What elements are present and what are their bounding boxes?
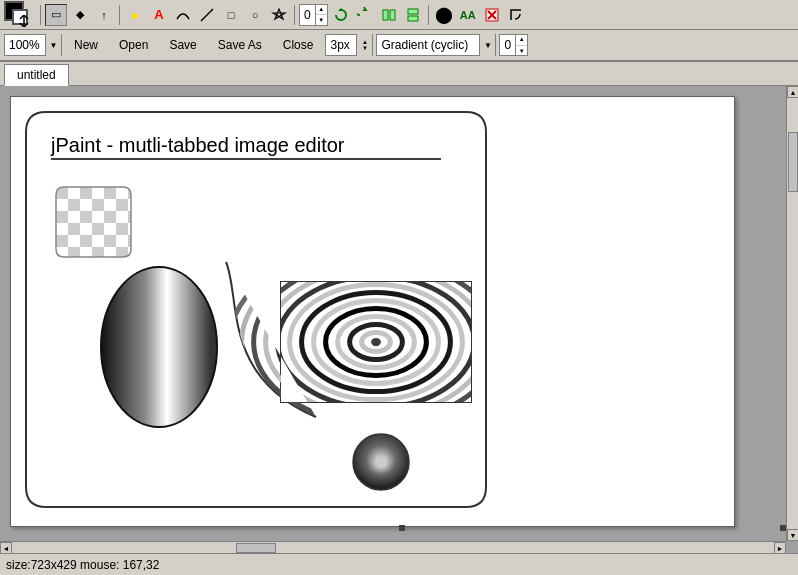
curve-tool-btn[interactable] (172, 4, 194, 26)
aa-text-btn[interactable]: AA (457, 4, 479, 26)
resize-handle-bottom[interactable] (399, 525, 405, 531)
angle-spinner[interactable]: ▲ ▼ (515, 34, 527, 56)
flip-h-btn[interactable] (378, 4, 400, 26)
brush-size-value: 3px (326, 38, 356, 52)
text-tool-btn[interactable]: A (148, 4, 170, 26)
canvas-wrapper (10, 96, 735, 527)
separator (40, 5, 41, 25)
separator (428, 5, 429, 25)
rotation-value: 0 (300, 8, 315, 22)
ellipse-tool-btn[interactable]: ○ (244, 4, 266, 26)
save-button[interactable]: Save (160, 33, 205, 57)
zoom-value: 100% (5, 38, 45, 52)
toolbar-tools: ▭ ◆ ↑ ● A □ ○ 0 ▲ ▼ ⬤ AA (0, 0, 798, 30)
diamond-tool-btn[interactable]: ◆ (69, 4, 91, 26)
brush-size-spinner[interactable]: ▲ ▼ (356, 34, 372, 56)
fill-type-container: Gradient (cyclic) ▼ (376, 34, 496, 56)
save-as-button[interactable]: Save As (209, 33, 271, 57)
fill-type-dropdown-btn[interactable]: ▼ (479, 34, 495, 56)
zoom-container: 100% ▼ (4, 34, 62, 56)
move-tool-btn[interactable]: ↑ (93, 4, 115, 26)
angle-container: 0 ▲ ▼ (499, 34, 528, 56)
main-canvas[interactable] (11, 97, 734, 526)
status-text: size:723x429 mouse: 167,32 (6, 558, 159, 572)
flip-v-btn[interactable] (402, 4, 424, 26)
line-tool-btn[interactable] (196, 4, 218, 26)
scroll-down-btn[interactable]: ▼ (787, 529, 798, 541)
fill-type-value: Gradient (cyclic) (377, 38, 479, 52)
yellow-highlight-btn[interactable]: ● (124, 4, 146, 26)
swap-colors-icon[interactable] (18, 15, 30, 27)
close-x-btn[interactable] (481, 4, 503, 26)
rotation-input-container: 0 ▲ ▼ (299, 4, 328, 26)
rect-tool-btn[interactable]: □ (220, 4, 242, 26)
scroll-left-btn[interactable]: ◄ (0, 542, 12, 553)
scroll-up-btn[interactable]: ▲ (787, 86, 798, 98)
vertical-scrollbar[interactable]: ▲ ▼ (786, 86, 798, 541)
rotation-spinner[interactable]: ▲ ▼ (315, 4, 327, 26)
rotate-cw-btn[interactable] (330, 4, 352, 26)
svg-rect-6 (408, 9, 418, 14)
separator (294, 5, 295, 25)
scroll-thumb-v[interactable] (788, 132, 798, 192)
open-button[interactable]: Open (110, 33, 157, 57)
svg-rect-4 (383, 10, 388, 20)
svg-rect-5 (390, 10, 395, 20)
stamp-tool-btn[interactable] (268, 4, 290, 26)
canvas-area: ◄ ► ▲ ▼ (0, 86, 798, 553)
angle-value: 0 (500, 38, 515, 52)
scroll-thumb-h[interactable] (236, 543, 276, 553)
brush-size-container: 3px ▲ ▼ (325, 34, 373, 56)
horizontal-scrollbar[interactable]: ◄ ► (0, 541, 786, 553)
close-button[interactable]: Close (274, 33, 323, 57)
new-button[interactable]: New (65, 33, 107, 57)
toolbar-file: 100% ▼ New Open Save Save As Close 3px ▲… (0, 30, 798, 62)
rotate-ccw-btn[interactable] (354, 4, 376, 26)
tab-bar: untitled (0, 62, 798, 86)
corner-tool-btn[interactable] (505, 4, 527, 26)
svg-line-1 (201, 9, 213, 21)
selection-tool-btn[interactable]: ▭ (45, 4, 67, 26)
black-circle-btn[interactable]: ⬤ (433, 4, 455, 26)
color-selector[interactable] (4, 1, 32, 29)
separator (119, 5, 120, 25)
status-bar: size:723x429 mouse: 167,32 (0, 553, 798, 575)
svg-rect-7 (408, 16, 418, 21)
svg-marker-3 (362, 8, 368, 11)
tab-untitled[interactable]: untitled (4, 64, 69, 86)
scroll-right-btn[interactable]: ► (774, 542, 786, 553)
zoom-dropdown-btn[interactable]: ▼ (45, 34, 61, 56)
